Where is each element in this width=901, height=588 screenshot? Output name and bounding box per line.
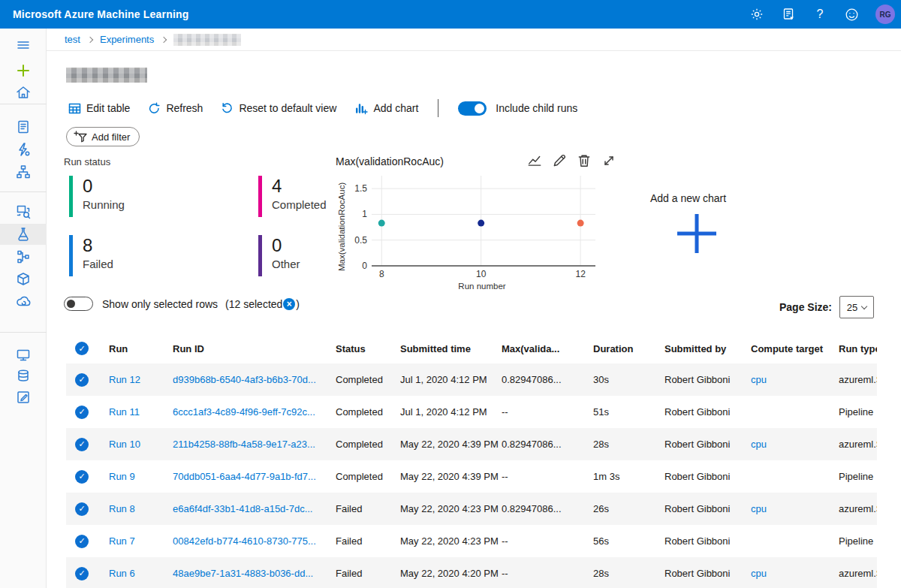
- col-run[interactable]: Run: [109, 343, 173, 354]
- edit-table-button[interactable]: Edit table: [68, 102, 130, 115]
- row-checkbox[interactable]: [75, 406, 89, 419]
- submitted-by-cell: Robert Gibboni: [664, 503, 751, 514]
- app-window: Microsoft Azure Machine Learning ?: [0, 0, 901, 588]
- select-all-checkbox[interactable]: [75, 342, 89, 355]
- datasets-icon[interactable]: [0, 201, 47, 222]
- run-id-link[interactable]: 211b4258-88fb-4a58-9e17-a23...: [173, 439, 315, 450]
- settings-icon[interactable]: [749, 7, 764, 22]
- line-chart-icon[interactable]: [527, 153, 542, 168]
- breadcrumb-experiments-link[interactable]: Experiments: [100, 34, 154, 45]
- add-new-chart-label: Add a new chart: [650, 192, 726, 204]
- run-link[interactable]: Run 11: [109, 406, 140, 418]
- edit-icon[interactable]: [552, 153, 567, 168]
- command-bar: Edit table Refresh Reset to default view…: [68, 98, 577, 118]
- pipelines-icon[interactable]: [0, 246, 47, 267]
- models-icon[interactable]: [0, 269, 47, 290]
- delete-icon[interactable]: [577, 153, 592, 168]
- automated-ml-icon[interactable]: [0, 139, 47, 160]
- scatter-point[interactable]: [577, 220, 584, 227]
- menu-icon[interactable]: [0, 35, 47, 56]
- row-checkbox[interactable]: [75, 567, 89, 580]
- run-id-link[interactable]: e6a6f4df-33b1-41d8-a15d-7dc...: [173, 503, 312, 514]
- col-status[interactable]: Status: [336, 343, 400, 354]
- refresh-button[interactable]: Refresh: [148, 102, 203, 115]
- metric-cell: --: [502, 568, 593, 579]
- table-row[interactable]: Run 8 e6a6f4df-33b1-41d8-a15d-7dc... Fai…: [66, 493, 877, 525]
- scatter-point[interactable]: [478, 220, 484, 227]
- row-checkbox[interactable]: [75, 373, 89, 387]
- designer-icon[interactable]: [0, 161, 47, 182]
- run-link[interactable]: Run 6: [109, 568, 135, 579]
- chart-toolbar: [527, 153, 616, 168]
- run-id-link[interactable]: 6ccc1af3-4c89-4f96-9eff-7c92c...: [173, 406, 315, 418]
- endpoints-icon[interactable]: [0, 291, 47, 312]
- run-id-link[interactable]: 48ae9be7-1a31-4883-b036-dd...: [173, 568, 313, 579]
- refresh-label: Refresh: [166, 102, 203, 114]
- run-link[interactable]: Run 7: [109, 535, 135, 547]
- run-id-link[interactable]: 00842efd-b774-4610-8730-775...: [173, 535, 316, 547]
- compute-target-link[interactable]: cpu: [751, 568, 767, 579]
- y-tick-label: 0.5: [354, 235, 367, 246]
- run-link[interactable]: Run 8: [109, 503, 135, 514]
- clear-selection-icon[interactable]: [283, 298, 295, 310]
- scatter-point[interactable]: [378, 220, 385, 227]
- home-icon[interactable]: [0, 82, 47, 103]
- notebook-icon[interactable]: [0, 116, 47, 137]
- row-checkbox[interactable]: [75, 535, 89, 548]
- table-row[interactable]: Run 7 00842efd-b774-4610-8730-775... Fai…: [66, 525, 877, 557]
- run-link[interactable]: Run 9: [109, 471, 135, 482]
- toolbar-divider: [438, 99, 438, 117]
- col-metric[interactable]: Max(valida...: [502, 343, 593, 354]
- submitted-time-cell: May 22, 2020 4:39 PM: [400, 439, 502, 450]
- x-axis-label: Run number: [458, 282, 505, 291]
- status-count: 4: [272, 176, 327, 196]
- row-checkbox[interactable]: [75, 502, 89, 516]
- status-count: 0: [83, 176, 125, 196]
- data-labeling-icon[interactable]: [0, 387, 47, 408]
- col-run-id[interactable]: Run ID: [173, 343, 336, 354]
- release-notes-icon[interactable]: [781, 7, 796, 22]
- compute-target-link[interactable]: cpu: [751, 439, 767, 450]
- help-icon[interactable]: ?: [812, 7, 827, 22]
- datastores-icon[interactable]: [0, 366, 47, 387]
- compute-target-link[interactable]: cpu: [751, 503, 767, 514]
- metric-cell: --: [502, 535, 593, 547]
- feedback-icon[interactable]: [844, 7, 859, 22]
- compute-icon[interactable]: [0, 345, 47, 366]
- table-row[interactable]: Run 6 48ae9be7-1a31-4883-b036-dd... Fail…: [66, 557, 877, 588]
- show-selected-toggle[interactable]: [64, 297, 93, 311]
- run-link[interactable]: Run 10: [109, 439, 140, 450]
- run-id-link[interactable]: d939b68b-6540-4af3-b6b3-70d...: [173, 374, 316, 385]
- run-link[interactable]: Run 12: [109, 374, 140, 385]
- compute-target-link[interactable]: cpu: [751, 374, 767, 385]
- run-type-cell: Pipeline: [839, 535, 877, 547]
- expand-icon[interactable]: [601, 153, 616, 168]
- table-row[interactable]: Run 12 d939b68b-6540-4af3-b6b3-70d... Co…: [66, 363, 877, 396]
- page-size-select[interactable]: 25: [839, 296, 874, 318]
- duration-cell: 28s: [593, 568, 664, 579]
- reset-view-button[interactable]: Reset to default view: [221, 102, 336, 115]
- col-submitted-time[interactable]: Submitted time: [400, 343, 502, 354]
- row-checkbox[interactable]: [75, 438, 89, 451]
- run-id-link[interactable]: 70ddb051-6aa4-4d77-9a1b-fd7...: [173, 471, 316, 482]
- table-row[interactable]: Run 9 70ddb051-6aa4-4d77-9a1b-fd7... Com…: [66, 460, 877, 493]
- col-duration[interactable]: Duration: [593, 343, 664, 354]
- row-checkbox[interactable]: [75, 470, 89, 484]
- submitted-time-cell: Jul 1, 2020 4:12 PM: [400, 406, 502, 418]
- breadcrumb-workspace-link[interactable]: test: [65, 34, 80, 45]
- add-chart-button[interactable]: Add chart: [354, 101, 418, 115]
- table-row[interactable]: Run 10 211b4258-88fb-4a58-9e17-a23... Co…: [66, 428, 877, 460]
- col-submitted-by[interactable]: Submitted by: [664, 343, 751, 354]
- plus-icon[interactable]: [0, 60, 47, 81]
- user-avatar[interactable]: RG: [875, 5, 895, 24]
- table-row[interactable]: Run 11 6ccc1af3-4c89-4f96-9eff-7c92c... …: [66, 396, 877, 428]
- experiments-icon[interactable]: [0, 224, 47, 245]
- add-filter-button[interactable]: Add filter: [66, 127, 140, 146]
- include-child-runs-toggle[interactable]: [458, 101, 487, 116]
- add-new-chart-button[interactable]: [675, 212, 719, 258]
- run-type-cell: azureml.S: [839, 374, 877, 385]
- col-compute-target[interactable]: Compute target: [751, 343, 839, 354]
- status-cell: Completed: [336, 374, 400, 385]
- col-run-type[interactable]: Run type: [839, 343, 877, 354]
- table-header: Run Run ID Status Submitted time Max(val…: [66, 333, 877, 363]
